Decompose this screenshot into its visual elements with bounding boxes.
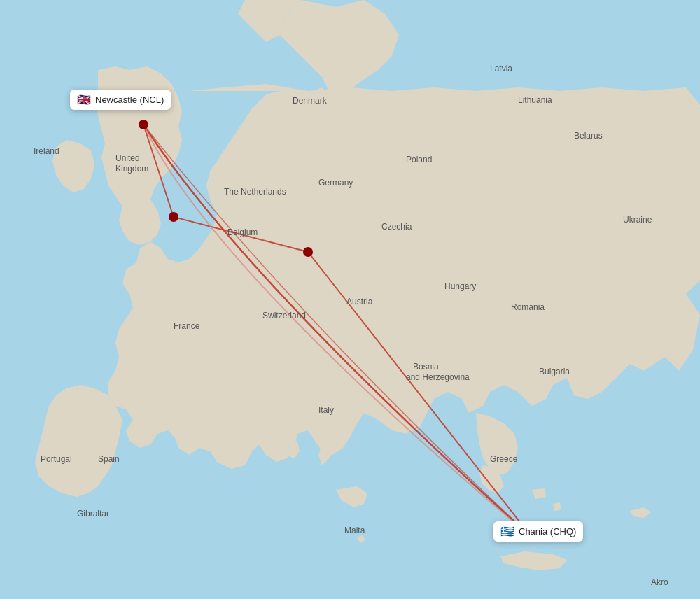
svg-text:Switzerland: Switzerland <box>262 311 306 320</box>
svg-text:Hungary: Hungary <box>444 281 476 291</box>
svg-point-4 <box>527 533 537 542</box>
svg-text:Austria: Austria <box>346 297 373 306</box>
svg-text:United: United <box>115 153 140 163</box>
svg-text:Malta: Malta <box>344 526 365 535</box>
svg-text:Germany: Germany <box>318 178 353 188</box>
svg-text:Czechia: Czechia <box>382 222 412 232</box>
svg-text:Bosnia: Bosnia <box>413 362 439 372</box>
svg-text:Romania: Romania <box>511 302 545 312</box>
svg-point-2 <box>303 247 313 257</box>
svg-text:Portugal: Portugal <box>41 454 72 464</box>
svg-text:Belarus: Belarus <box>574 131 603 141</box>
svg-point-3 <box>139 120 148 129</box>
svg-text:Gibraltar: Gibraltar <box>77 509 109 519</box>
svg-text:Bulgaria: Bulgaria <box>539 367 570 376</box>
map-svg: Ireland United Kingdom Denmark The Nethe… <box>0 0 700 599</box>
svg-text:The Netherlands: The Netherlands <box>224 187 286 197</box>
svg-text:Ireland: Ireland <box>34 146 59 156</box>
svg-text:Kingdom: Kingdom <box>115 164 148 174</box>
svg-text:Greece: Greece <box>490 454 518 464</box>
svg-text:Akro: Akro <box>651 577 668 587</box>
svg-text:Denmark: Denmark <box>293 96 328 106</box>
svg-text:France: France <box>174 321 200 331</box>
map-container: Ireland United Kingdom Denmark The Nethe… <box>0 0 700 599</box>
svg-text:Latvia: Latvia <box>490 64 512 73</box>
svg-text:Lithuania: Lithuania <box>518 95 552 105</box>
svg-text:and Herzegovina: and Herzegovina <box>406 372 470 382</box>
svg-text:Poland: Poland <box>406 155 432 164</box>
svg-text:Italy: Italy <box>318 405 334 415</box>
svg-text:Ukraine: Ukraine <box>623 215 652 225</box>
svg-point-1 <box>169 212 178 222</box>
svg-text:Spain: Spain <box>98 454 120 464</box>
svg-text:Belgium: Belgium <box>227 227 258 237</box>
